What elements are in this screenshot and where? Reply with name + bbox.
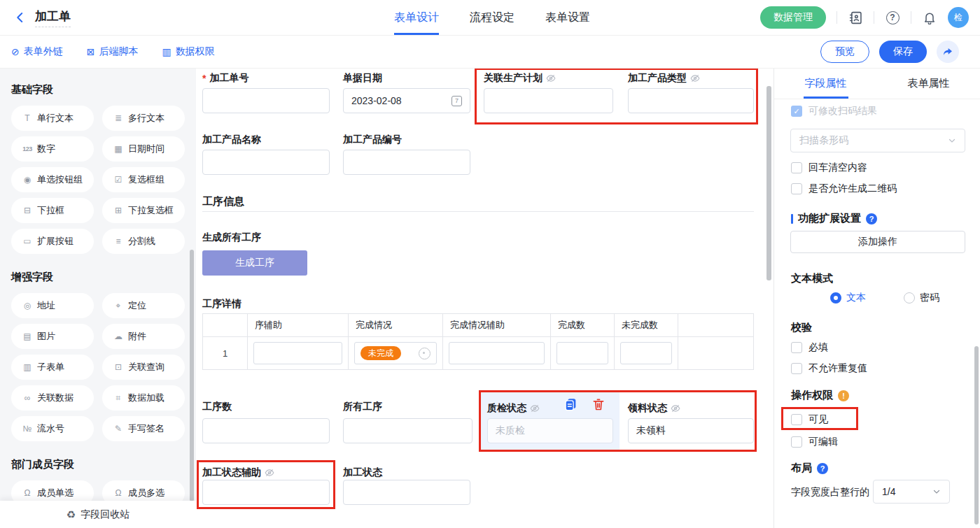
delete-field-button[interactable] xyxy=(589,395,608,413)
section-basic-fields: 基础字段 xyxy=(11,83,185,97)
panel-scrollbar[interactable] xyxy=(974,346,979,525)
process-count-input[interactable] xyxy=(202,418,330,443)
sidebar-item-attachment[interactable]: ☁附件 xyxy=(102,324,185,349)
sidebar-item-serial-number[interactable]: №流水号 xyxy=(11,416,94,441)
product-code-input[interactable] xyxy=(343,150,470,175)
sidebar-item-dropdown[interactable]: ⊟下拉框 xyxy=(11,198,94,223)
section-title-process-info: 工序信息 xyxy=(202,195,244,208)
sidebar-item-data-load[interactable]: ⌗数据加载 xyxy=(102,385,185,411)
sidebar-item-linked-query[interactable]: ⊡关联查询 xyxy=(102,355,185,380)
field-width-select[interactable]: 1/4 xyxy=(873,480,950,504)
validation-header: 校验 xyxy=(791,321,812,334)
section-enhanced-fields: 增强字段 xyxy=(11,271,185,284)
clear-on-enter-checkbox[interactable]: 回车清空内容 xyxy=(791,162,867,174)
section-bar-icon xyxy=(791,214,793,224)
sidebar-item-datetime[interactable]: ▦日期时间 xyxy=(102,136,185,162)
preview-button[interactable]: 预览 xyxy=(820,41,869,63)
field-label-product-code: 加工产品编号 xyxy=(343,134,402,145)
product-name-input[interactable] xyxy=(202,150,330,175)
production-plan-input[interactable] xyxy=(484,88,613,113)
sidebar-item-location[interactable]: ⌖定位 xyxy=(102,293,185,318)
field-label-order-date: 单据日期 xyxy=(343,72,382,84)
tab-field-properties[interactable]: 字段属性 xyxy=(774,68,877,99)
field-label-material-status: 领料状态 xyxy=(628,402,680,414)
generate-process-button[interactable]: 生成工序 xyxy=(202,250,307,276)
canvas-scrollbar[interactable] xyxy=(766,86,771,280)
eye-off-icon xyxy=(530,404,540,413)
help-icon[interactable]: ? xyxy=(866,213,877,224)
order-no-input[interactable] xyxy=(202,88,330,113)
avatar[interactable]: 检 xyxy=(948,7,969,28)
select-circle-icon xyxy=(419,348,430,359)
qc-status-input[interactable]: 未质检 xyxy=(487,418,613,443)
product-type-input[interactable] xyxy=(628,88,754,113)
contacts-icon[interactable] xyxy=(848,10,863,25)
sidebar-scrollbar[interactable] xyxy=(190,250,194,501)
form-external-link[interactable]: ⊘表单外链 xyxy=(11,45,63,58)
no-duplicate-checkbox[interactable]: 不允许重复值 xyxy=(791,362,867,375)
sidebar-item-checkbox-group[interactable]: ☑复选框组 xyxy=(102,167,185,192)
process-detail-table: 序辅助 完成情况 完成情况辅助 完成数 未完成数 1 未完成 xyxy=(202,313,754,370)
bell-icon[interactable] xyxy=(922,10,937,25)
save-button[interactable]: 保存 xyxy=(879,41,927,63)
field-label-order-no: *加工单号 xyxy=(202,72,248,84)
tab-flow-setting[interactable]: 流程设定 xyxy=(470,0,514,35)
process-status-input[interactable] xyxy=(343,480,470,505)
back-icon[interactable] xyxy=(13,10,28,25)
help-icon[interactable]: ? xyxy=(885,10,900,25)
all-processes-input[interactable] xyxy=(343,418,472,443)
sidebar-item-multi-dropdown[interactable]: ⊞下拉复选框 xyxy=(102,198,185,223)
sidebar-item-divider-line[interactable]: ≡分割线 xyxy=(102,229,185,254)
tab-form-properties[interactable]: 表单属性 xyxy=(877,68,980,99)
done-count-cell-input[interactable] xyxy=(556,342,608,364)
help-icon[interactable]: ? xyxy=(817,463,828,474)
completion-aux-cell-input[interactable] xyxy=(449,342,545,364)
sidebar-item-single-line-text[interactable]: T单行文本 xyxy=(11,106,94,131)
sidebar-item-subform[interactable]: ▥子表单 xyxy=(11,355,94,380)
editable-checkbox[interactable]: 可编辑 xyxy=(791,436,838,448)
sidebar-item-image[interactable]: ▤图片 xyxy=(11,324,94,349)
share-button[interactable] xyxy=(937,41,959,63)
section-member-fields: 部门成员字段 xyxy=(11,458,185,471)
sidebar-item-multi-line-text[interactable]: ≣多行文本 xyxy=(102,106,185,131)
checkbox-checked-icon: ✓ xyxy=(791,106,802,117)
visible-checkbox[interactable]: 可见 xyxy=(791,413,828,426)
order-date-input[interactable]: 2023-02-08 7 xyxy=(343,88,470,113)
required-checkbox[interactable]: 必填 xyxy=(791,341,828,354)
sidebar-item-radio-group[interactable]: ◉单选按钮组 xyxy=(11,167,94,192)
allow-qrcode-checkbox[interactable]: 是否允许生成二维码 xyxy=(791,183,897,195)
divider xyxy=(836,11,837,24)
completion-status-select[interactable]: 未完成 xyxy=(354,342,437,364)
calendar-icon: ▦ xyxy=(111,144,125,154)
page-title[interactable]: 加工单 xyxy=(35,8,71,27)
backend-script-link[interactable]: ⊠后端脚本 xyxy=(87,45,139,58)
field-palette-sidebar: 基础字段 T单行文本 ≣多行文本 123数字 ▦日期时间 ◉单选按钮组 ☑复选框… xyxy=(0,68,196,528)
tab-form-setting[interactable]: 表单设置 xyxy=(545,0,590,35)
radio-text-mode[interactable]: 文本 xyxy=(830,292,866,304)
data-permission-link[interactable]: ▥数据权限 xyxy=(162,45,214,58)
sidebar-item-extend-button[interactable]: ▭扩展按钮 xyxy=(11,229,94,254)
warning-icon: ! xyxy=(838,390,849,401)
aux-cell-input[interactable] xyxy=(253,342,342,364)
scan-result-checkbox[interactable]: ✓ 可修改扫码结果 xyxy=(791,105,877,117)
app-window: 加工单 表单设计 流程设定 表单设置 数据管理 ? 检 ⊘表单外链 ⊠后端脚本 xyxy=(0,0,980,528)
radio-password-mode[interactable]: 密码 xyxy=(904,292,939,304)
table-header-row: 序辅助 完成情况 完成情况辅助 完成数 未完成数 xyxy=(203,314,753,337)
serial-icon: № xyxy=(20,424,34,434)
process-status-aux-input[interactable] xyxy=(202,480,330,505)
add-action-button[interactable]: 添加操作 xyxy=(790,231,965,253)
recycle-icon: ♻ xyxy=(66,508,76,521)
scan-mode-select[interactable]: 扫描条形码 xyxy=(790,129,965,152)
sidebar-item-signature[interactable]: ✎手写签名 xyxy=(102,416,185,441)
sidebar-item-linked-data[interactable]: ∞关联数据 xyxy=(11,385,94,411)
undone-count-cell-input[interactable] xyxy=(620,342,672,364)
material-status-input[interactable]: 未领料 xyxy=(628,418,754,443)
copy-field-button[interactable] xyxy=(561,395,580,413)
sidebar-item-number[interactable]: 123数字 xyxy=(11,136,94,162)
data-manage-button[interactable]: 数据管理 xyxy=(760,6,826,29)
field-recycle-bin[interactable]: ♻ 字段回收站 xyxy=(0,501,196,528)
tab-form-design[interactable]: 表单设计 xyxy=(394,0,439,35)
sidebar-item-address[interactable]: ◎地址 xyxy=(11,293,94,318)
checkbox-icon xyxy=(791,342,802,353)
number-icon: 123 xyxy=(20,145,34,152)
